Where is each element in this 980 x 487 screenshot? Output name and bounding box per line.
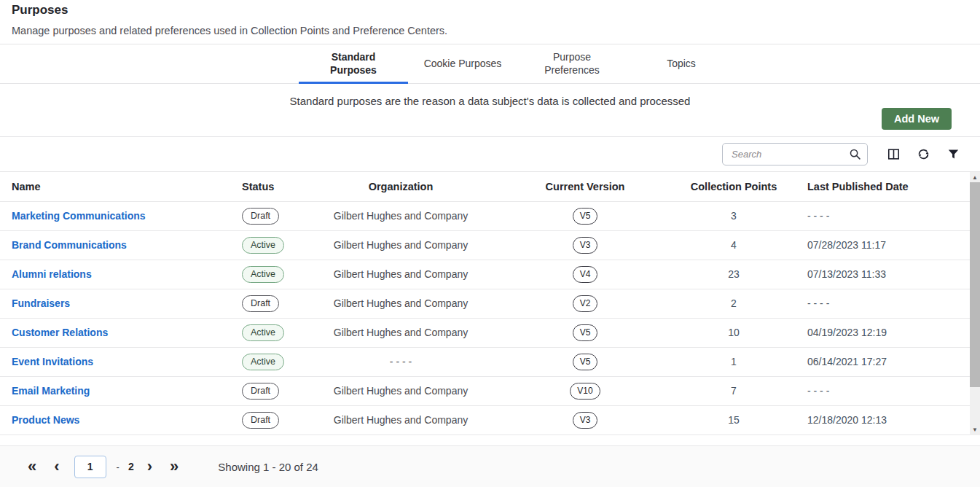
table-header-row: Name Status Organization Current Version…	[0, 172, 970, 201]
column-header-last-published-date[interactable]: Last Published Date	[793, 172, 970, 201]
table-row: Marketing Communications Draft Gilbert H…	[0, 201, 970, 230]
version-badge: V5	[573, 208, 598, 225]
status-badge: Draft	[242, 295, 279, 312]
table-row: Event Invitations Active - - - - V5 1 06…	[0, 347, 970, 376]
pagination-bar: « ‹ - 2 › » Showing 1 - 20 of 24	[0, 445, 980, 487]
scroll-down-icon[interactable]: ▼	[970, 425, 980, 435]
version-badge: V3	[573, 412, 598, 429]
last-published-cell: - - - -	[793, 376, 970, 405]
organization-cell: - - - -	[306, 347, 495, 376]
page-subtitle: Manage purposes and related preferences …	[12, 25, 968, 36]
table-row: Alumni relations Active Gilbert Hughes a…	[0, 260, 970, 289]
status-badge: Active	[242, 354, 284, 370]
table-row: Email Marketing Draft Gilbert Hughes and…	[0, 376, 970, 405]
collection-points-cell: 4	[675, 230, 793, 260]
last-published-cell: - - - -	[793, 289, 970, 318]
tab-cookie-purposes[interactable]: Cookie Purposes	[408, 44, 517, 84]
last-published-cell: 07/13/2023 11:33	[793, 260, 970, 289]
collection-points-cell: 3	[675, 201, 793, 230]
filter-icon[interactable]	[946, 147, 960, 161]
collection-points-cell: 7	[675, 376, 793, 405]
purpose-name-link[interactable]: Brand Communications	[12, 239, 127, 251]
collection-points-cell: 2	[675, 289, 793, 318]
first-page-icon[interactable]: «	[19, 459, 45, 475]
last-published-cell: - - - -	[793, 201, 970, 230]
collection-points-cell: 10	[675, 318, 793, 347]
collection-points-cell: 15	[675, 405, 793, 435]
organization-cell: Gilbert Hughes and Company	[306, 201, 495, 230]
organization-cell: Gilbert Hughes and Company	[306, 289, 495, 318]
tab-topics[interactable]: Topics	[627, 44, 736, 84]
tab-label: Topics	[667, 57, 696, 70]
purpose-name-link[interactable]: Product News	[12, 414, 79, 426]
status-badge: Draft	[242, 412, 279, 429]
version-badge: V10	[570, 383, 600, 400]
collection-points-cell: 23	[675, 260, 793, 289]
organization-cell: Gilbert Hughes and Company	[306, 230, 495, 260]
tab-description-row: Standard purposes are the reason a data …	[0, 84, 980, 137]
status-badge: Active	[242, 266, 284, 283]
purposes-table: Name Status Organization Current Version…	[0, 172, 980, 435]
collection-points-cell: 1	[675, 347, 793, 376]
purpose-name-link[interactable]: Event Invitations	[12, 356, 93, 367]
table-row: Product News Draft Gilbert Hughes and Co…	[0, 405, 970, 435]
last-published-cell: 12/18/2020 12:13	[793, 405, 970, 435]
table-body: Marketing Communications Draft Gilbert H…	[0, 201, 970, 435]
purpose-name-link[interactable]: Fundraisers	[12, 297, 70, 309]
pagination-summary: Showing 1 - 20 of 24	[218, 461, 318, 473]
column-header-organization[interactable]: Organization	[306, 172, 495, 201]
last-published-cell: 06/14/2021 17:27	[793, 347, 970, 376]
organization-cell: Gilbert Hughes and Company	[306, 318, 495, 347]
purpose-name-link[interactable]: Email Marketing	[12, 385, 90, 397]
page-number-input[interactable]	[74, 456, 106, 478]
last-published-cell: 07/28/2023 11:17	[793, 230, 970, 260]
tab-description: Standard purposes are the reason a data …	[0, 84, 980, 107]
search-input[interactable]	[732, 149, 849, 160]
last-page-number[interactable]: 2	[128, 461, 134, 472]
column-chooser-icon[interactable]	[887, 147, 901, 161]
tab-label: Standard Purposes	[313, 50, 394, 77]
status-badge: Active	[242, 237, 284, 254]
tab-label: Cookie Purposes	[424, 57, 502, 70]
purpose-name-link[interactable]: Alumni relations	[12, 268, 92, 280]
table-row: Customer Relations Active Gilbert Hughes…	[0, 318, 970, 347]
status-badge: Active	[242, 324, 284, 341]
page-title: Purposes	[12, 3, 968, 17]
next-page-icon[interactable]: ›	[138, 459, 161, 475]
status-badge: Draft	[242, 208, 279, 225]
vertical-scrollbar[interactable]: ▲ ▼	[970, 172, 980, 435]
column-header-collection-points[interactable]: Collection Points	[675, 172, 793, 201]
tab-label: Purpose Preferences	[531, 50, 613, 77]
version-badge: V2	[573, 295, 598, 312]
version-badge: V3	[573, 237, 598, 254]
organization-cell: Gilbert Hughes and Company	[306, 376, 495, 405]
purpose-name-link[interactable]: Marketing Communications	[12, 210, 146, 222]
column-header-name[interactable]: Name	[0, 172, 230, 201]
page-separator: -	[117, 461, 119, 472]
search-icon	[849, 148, 861, 160]
table-row: Fundraisers Draft Gilbert Hughes and Com…	[0, 289, 970, 318]
column-header-status[interactable]: Status	[230, 172, 306, 201]
column-header-current-version[interactable]: Current Version	[495, 172, 675, 201]
purpose-name-link[interactable]: Customer Relations	[12, 327, 108, 338]
status-badge: Draft	[242, 383, 279, 400]
previous-page-icon[interactable]: ‹	[45, 459, 68, 475]
scroll-up-icon[interactable]: ▲	[970, 172, 980, 182]
organization-cell: Gilbert Hughes and Company	[306, 260, 495, 289]
tab-purpose-preferences[interactable]: Purpose Preferences	[517, 44, 627, 84]
scrollbar-thumb[interactable]	[970, 182, 980, 387]
table-toolbar	[0, 137, 980, 172]
version-badge: V4	[573, 266, 598, 283]
version-badge: V5	[573, 354, 598, 370]
table-row: Brand Communications Active Gilbert Hugh…	[0, 230, 970, 260]
tabs-bar: Standard Purposes Cookie Purposes Purpos…	[0, 44, 980, 84]
tab-standard-purposes[interactable]: Standard Purposes	[299, 44, 408, 84]
version-badge: V5	[573, 324, 598, 341]
last-published-cell: 04/19/2023 12:19	[793, 318, 970, 347]
search-box[interactable]	[722, 143, 868, 165]
last-page-icon[interactable]: »	[161, 459, 187, 475]
page-header: Purposes Manage purposes and related pre…	[0, 0, 980, 44]
refresh-icon[interactable]	[917, 147, 930, 161]
organization-cell: Gilbert Hughes and Company	[306, 405, 495, 435]
add-new-button[interactable]: Add New	[882, 108, 952, 130]
